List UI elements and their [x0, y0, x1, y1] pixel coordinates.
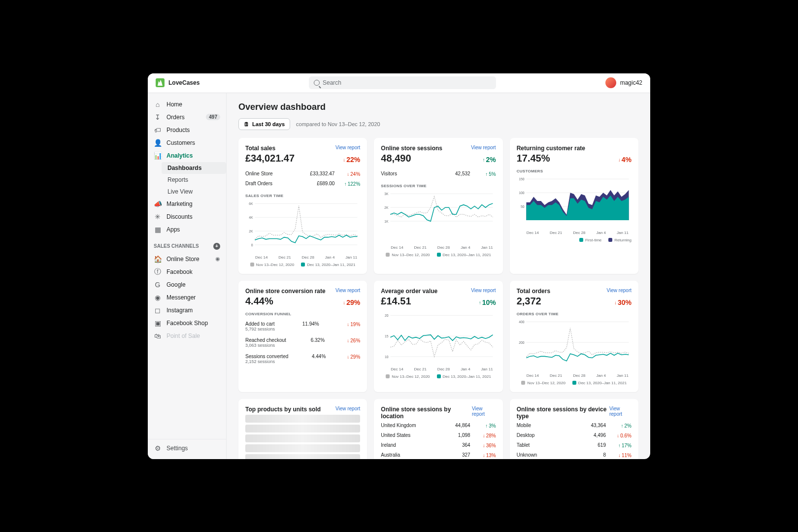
blurred-product-row	[245, 454, 360, 459]
nav-label: Marketing	[166, 200, 193, 207]
channel-instagram[interactable]: ◻ Instagram	[148, 304, 226, 317]
subnav-live-view[interactable]: Live View	[162, 186, 226, 198]
eye-icon[interactable]: ◉	[215, 256, 220, 262]
blurred-product-row	[245, 444, 360, 452]
facebook-icon: ⓕ	[154, 268, 162, 276]
page-title: Overview dashboard	[238, 102, 638, 112]
global-search[interactable]: Search	[309, 76, 496, 89]
nav-analytics[interactable]: 📊 Analytics	[148, 149, 226, 162]
username: magic42	[620, 79, 642, 86]
total-sales-row: Draft Orders £689.00 ↑122%	[245, 179, 360, 189]
card-title: Online store conversion rate	[245, 288, 326, 295]
channel-online-store[interactable]: 🏠 Online Store◉	[148, 253, 226, 266]
nav-label: Apps	[166, 226, 180, 233]
channel-label: Point of Sale	[166, 332, 200, 339]
nav-orders[interactable]: ↧ Orders497	[148, 111, 226, 124]
nav-home[interactable]: ⌂ Home	[148, 98, 226, 111]
aov-chart: 101520Dec 14Dec 21Dec 28Jan 4Jan 11	[381, 312, 496, 371]
view-report-link[interactable]: View report	[471, 288, 496, 293]
channel-facebook[interactable]: ⓕ Facebook	[148, 266, 226, 278]
view-report-link[interactable]: View report	[335, 288, 360, 293]
gear-icon: ⚙	[154, 444, 162, 452]
nav-label: Customers	[166, 139, 195, 146]
funnel-row: Reached checkout3,063 sessions 6.32% ↓26…	[245, 334, 360, 351]
view-report-link[interactable]: View report	[609, 406, 632, 417]
channel-facebook-shop[interactable]: ▣ Facebook Shop	[148, 317, 226, 330]
channel-label: Facebook	[166, 268, 193, 275]
svg-text:50: 50	[521, 205, 525, 208]
orders-delta: ↓30%	[614, 299, 632, 306]
view-report-link[interactable]: View report	[607, 288, 632, 293]
view-report-link[interactable]: View report	[335, 145, 360, 150]
calendar-icon: 🗓	[244, 121, 249, 127]
svg-text:1K: 1K	[385, 220, 389, 223]
discounts-icon: ✳	[154, 213, 162, 221]
facebook-shop-icon: ▣	[154, 319, 162, 327]
subnav-reports[interactable]: Reports	[162, 174, 226, 186]
aov-delta: ↑10%	[479, 299, 496, 306]
date-filter-row: 🗓 Last 30 days compared to Nov 13–Dec 12…	[238, 118, 638, 130]
card-returning: Returning customer rate 17.45% ↓4% CUSTO…	[510, 138, 638, 274]
view-report-link[interactable]: View report	[335, 406, 360, 411]
location-row: Australia327 ↓13%	[381, 450, 496, 459]
conv-delta: ↓29%	[343, 299, 360, 306]
settings-label: Settings	[166, 445, 188, 452]
subnav-dashboards[interactable]: Dashboards	[162, 162, 226, 174]
funnel-row: Added to cart5,792 sessions 11.94% ↓19%	[245, 318, 360, 334]
down-arrow-icon: ↓	[343, 157, 345, 163]
nav-discounts[interactable]: ✳ Discounts	[148, 210, 226, 223]
returning-chart: 50100150Dec 14Dec 21Dec 28Jan 4Jan 11	[517, 175, 632, 235]
device-row: Tablet619↑17%	[517, 440, 632, 450]
channel-point-of-sale[interactable]: 🛍 Point of Sale	[148, 330, 226, 342]
nav-marketing[interactable]: 📣 Marketing	[148, 198, 226, 210]
sidebar: ⌂ Home↧ Orders497🏷 Products👤 Customers📊 …	[148, 93, 227, 459]
total-sales-value: £34,021.47	[245, 153, 295, 164]
nav-products[interactable]: 🏷 Products	[148, 124, 226, 136]
location-row: United States1,098 ↓28%	[381, 431, 496, 440]
svg-text:3K: 3K	[385, 192, 389, 196]
store-name: LoveCases	[168, 79, 200, 86]
orders-value: 2,372	[517, 296, 541, 307]
products-icon: 🏷	[154, 126, 162, 134]
apps-icon: ▦	[154, 226, 162, 233]
user-menu[interactable]: magic42	[605, 77, 642, 88]
svg-text:150: 150	[519, 177, 525, 181]
sales-channels-label: SALES CHANNELS	[154, 243, 199, 249]
nav-label: Orders	[166, 114, 185, 121]
admin-frame: LoveCases Search magic42 ⌂ Home↧ Orders4…	[148, 73, 650, 459]
google-icon: G	[154, 281, 162, 289]
channel-messenger[interactable]: ◉ Messenger	[148, 291, 226, 304]
instagram-icon: ◻	[154, 306, 162, 314]
card-top-products: Top products by units sold View report	[238, 399, 367, 459]
returning-value: 17.45%	[517, 153, 550, 164]
card-conversion: Online store conversion rate View report…	[238, 281, 367, 392]
sessions-row: Visitors 42,532 ↑5%	[381, 169, 496, 179]
svg-text:400: 400	[519, 320, 525, 324]
settings-button[interactable]: ⚙ Settings	[148, 439, 226, 459]
date-range-button[interactable]: 🗓 Last 30 days	[238, 118, 290, 130]
add-channel-icon[interactable]: +	[213, 243, 220, 250]
channel-label: Instagram	[166, 307, 193, 314]
customers-icon: 👤	[154, 139, 162, 147]
location-row: Ireland364 ↓36%	[381, 440, 496, 450]
view-report-link[interactable]: View report	[472, 406, 496, 417]
home-icon: ⌂	[154, 100, 162, 108]
card-orders: Total orders View report 2,372 ↓30% ORDE…	[510, 281, 638, 392]
channel-google[interactable]: G Google	[148, 278, 226, 291]
channel-label: Facebook Shop	[166, 320, 208, 327]
messenger-icon: ◉	[154, 294, 162, 301]
conv-value: 4.44%	[245, 296, 273, 307]
view-report-link[interactable]: View report	[471, 145, 496, 150]
nav-customers[interactable]: 👤 Customers	[148, 136, 226, 149]
shopify-logo-icon	[156, 78, 165, 87]
channel-label: Google	[166, 281, 186, 288]
nav-apps[interactable]: ▦ Apps	[148, 223, 226, 236]
nav-label: Products	[166, 127, 190, 133]
sales-channels-header: SALES CHANNELS +	[148, 236, 226, 253]
sales-axis-label: SALES OVER TIME	[245, 194, 360, 198]
svg-text:2K: 2K	[385, 206, 389, 209]
search-placeholder: Search	[323, 79, 341, 86]
card-sessions-device: Online store sessions by device type Vie…	[510, 399, 638, 459]
sessions-chart: 1K2K3KDec 14Dec 21Dec 28Jan 4Jan 11	[381, 190, 496, 250]
card-title: Total orders	[517, 288, 550, 295]
